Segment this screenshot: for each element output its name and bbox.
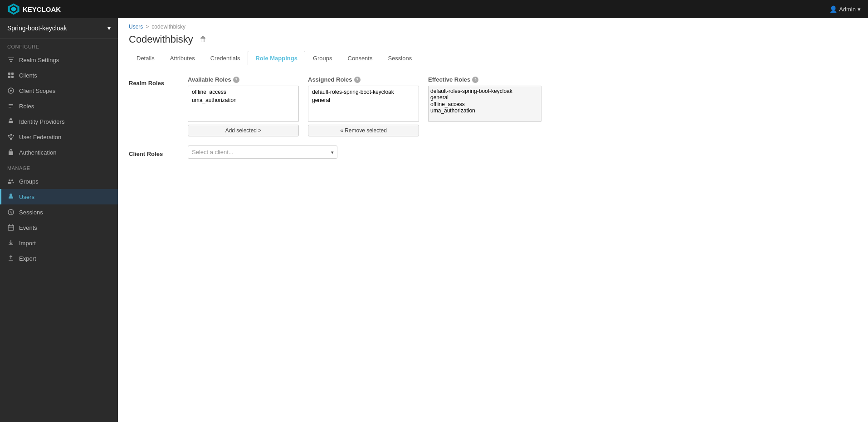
content-body: Realm Roles Available Roles ? offline_ac… — [118, 65, 868, 170]
effective-role-item[interactable]: uma_authorization — [430, 107, 539, 114]
tab-credentials[interactable]: Credentials — [203, 51, 248, 65]
configure-section-label: Configure — [0, 39, 118, 52]
effective-roles-help-icon[interactable]: ? — [472, 77, 478, 83]
assigned-roles-help-icon[interactable]: ? — [354, 77, 361, 83]
roles-icon — [7, 102, 15, 110]
sidebar-item-label: Users — [19, 194, 34, 200]
available-roles-header: Available Roles ? — [188, 76, 299, 83]
add-selected-button[interactable]: Add selected > — [188, 125, 299, 136]
sidebar-item-label: Client Scopes — [19, 87, 55, 94]
tab-details[interactable]: Details — [129, 51, 162, 65]
assigned-role-item[interactable]: default-roles-spring-boot-keycloak — [310, 88, 417, 96]
page-title-row: Codewithbisky 🗑 — [129, 34, 857, 45]
sidebar-item-export[interactable]: Export — [0, 251, 118, 266]
role-columns: Available Roles ? offline_access uma_aut… — [188, 76, 857, 136]
sliders-icon — [7, 56, 15, 63]
sidebar-item-label: Authentication — [19, 149, 56, 156]
sidebar-item-events[interactable]: Events — [0, 220, 118, 235]
breadcrumb-parent[interactable]: Users — [129, 24, 143, 30]
breadcrumb: Users > codewithbisky — [129, 24, 857, 30]
sessions-icon — [7, 209, 15, 216]
available-roles-help-icon[interactable]: ? — [233, 77, 239, 83]
effective-role-item[interactable]: general — [430, 94, 539, 101]
sidebar-item-users[interactable]: Users — [0, 189, 118, 204]
export-icon — [7, 255, 15, 262]
available-role-item[interactable]: uma_authorization — [190, 96, 297, 104]
sidebar-item-roles[interactable]: Roles — [0, 98, 118, 114]
content-area: Users > codewithbisky Codewithbisky 🗑 De… — [118, 18, 868, 422]
sidebar-item-label: Events — [19, 224, 37, 231]
identity-icon — [7, 118, 15, 125]
remove-selected-button[interactable]: « Remove selected — [308, 125, 419, 136]
keycloak-logo-icon — [7, 3, 20, 15]
assigned-roles-column: Assigned Roles ? default-roles-spring-bo… — [308, 76, 419, 136]
svg-rect-5 — [8, 76, 10, 78]
sidebar-item-label: User Federation — [19, 134, 61, 141]
assigned-roles-header: Assigned Roles ? — [308, 76, 419, 83]
lock-icon — [7, 149, 15, 156]
user-label: Admin — [839, 6, 856, 13]
tab-sessions[interactable]: Sessions — [380, 51, 419, 65]
effective-roles-header: Effective Roles ? — [428, 76, 541, 83]
sidebar-item-clients[interactable]: Clients — [0, 68, 118, 83]
available-roles-title: Available Roles — [188, 76, 231, 83]
sidebar-item-label: Sessions — [19, 209, 43, 216]
available-role-item[interactable]: offline_access — [190, 88, 297, 96]
clients-icon — [7, 72, 15, 79]
tab-groups[interactable]: Groups — [305, 51, 340, 65]
groups-icon — [7, 178, 15, 185]
breadcrumb-separator: > — [146, 24, 149, 30]
realm-roles-section: Realm Roles Available Roles ? offline_ac… — [129, 76, 857, 136]
user-menu[interactable]: 👤 Admin ▾ — [829, 5, 861, 13]
tab-consents[interactable]: Consents — [340, 51, 380, 65]
sidebar-item-groups[interactable]: Groups — [0, 174, 118, 189]
available-roles-column: Available Roles ? offline_access uma_aut… — [188, 76, 299, 136]
client-roles-section: Client Roles Select a client... ▾ — [129, 146, 857, 159]
sidebar-item-label: Clients — [19, 72, 37, 79]
effective-role-item[interactable]: offline_access — [430, 101, 539, 107]
client-select[interactable]: Select a client... — [188, 146, 337, 159]
realm-arrow: ▾ — [107, 24, 111, 32]
sidebar-item-sessions[interactable]: Sessions — [0, 204, 118, 220]
realm-selector[interactable]: Spring-boot-keycloak ▾ — [0, 18, 118, 39]
tab-attributes[interactable]: Attributes — [162, 51, 203, 65]
brand-area: KEYCLOAK — [7, 3, 61, 15]
realm-name: Spring-boot-keycloak — [7, 24, 67, 32]
svg-rect-3 — [8, 73, 10, 75]
tab-role-mappings[interactable]: Role Mappings — [248, 51, 305, 65]
delete-user-button[interactable]: 🗑 — [198, 34, 209, 44]
svg-point-8 — [10, 90, 12, 92]
available-roles-listbox[interactable]: offline_access uma_authorization — [188, 86, 299, 122]
keycloak-logo: KEYCLOAK — [7, 3, 61, 15]
sidebar-item-import[interactable]: Import — [0, 235, 118, 251]
sidebar-item-authentication[interactable]: Authentication — [0, 145, 118, 160]
page-header: Users > codewithbisky Codewithbisky 🗑 De… — [118, 18, 868, 65]
assigned-roles-listbox[interactable]: default-roles-spring-boot-keycloak gener… — [308, 86, 419, 122]
client-select-wrapper: Select a client... ▾ — [188, 146, 337, 159]
user-dropdown-arrow: ▾ — [858, 6, 861, 13]
effective-roles-listbox[interactable]: default-roles-spring-boot-keycloak gener… — [428, 86, 541, 122]
sidebar-item-realm-settings[interactable]: Realm Settings — [0, 52, 118, 68]
client-roles-label: Client Roles — [129, 147, 188, 157]
sidebar: Spring-boot-keycloak ▾ Configure Realm S… — [0, 18, 118, 422]
effective-roles-title: Effective Roles — [428, 76, 470, 83]
sidebar-item-user-federation[interactable]: User Federation — [0, 129, 118, 145]
svg-rect-4 — [11, 73, 14, 75]
sidebar-item-label: Roles — [19, 103, 34, 110]
top-navbar: KEYCLOAK 👤 Admin ▾ — [0, 0, 868, 18]
assigned-role-item[interactable]: general — [310, 96, 417, 104]
sidebar-item-label: Groups — [19, 178, 39, 185]
assigned-roles-title: Assigned Roles — [308, 76, 352, 83]
realm-roles-label: Realm Roles — [129, 76, 188, 87]
federation-icon — [7, 133, 15, 141]
scope-icon — [7, 87, 15, 94]
events-icon — [7, 224, 15, 231]
tabs: Details Attributes Credentials Role Mapp… — [129, 51, 857, 65]
effective-role-item[interactable]: default-roles-spring-boot-keycloak — [430, 88, 539, 94]
sidebar-item-identity-providers[interactable]: Identity Providers — [0, 114, 118, 129]
user-icon — [7, 193, 15, 200]
sidebar-item-client-scopes[interactable]: Client Scopes — [0, 83, 118, 98]
sidebar-item-label: Identity Providers — [19, 118, 64, 125]
manage-section-label: Manage — [0, 160, 118, 174]
sidebar-item-label: Export — [19, 255, 36, 262]
